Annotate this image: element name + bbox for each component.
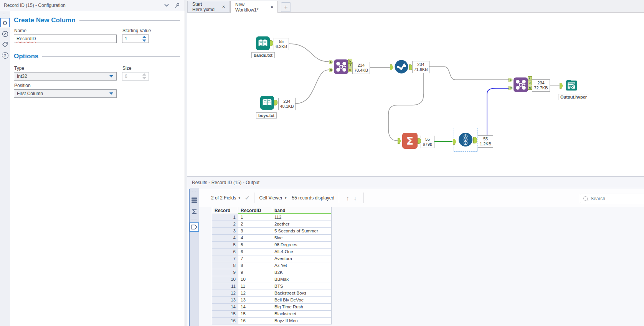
table-row[interactable]: 1515Blackstreet [212,311,331,318]
panel-splitter[interactable] [185,0,187,326]
apply-check-icon[interactable]: ✔ [245,194,250,201]
data-cell[interactable]: 5 Seconds of Summer [272,228,331,235]
row-number-cell[interactable]: 7 [212,255,238,262]
row-number-cell[interactable]: 4 [212,235,238,242]
row-number-cell[interactable]: 8 [212,262,238,269]
join2-output-anchor-J[interactable]: J [528,81,532,85]
help-icon[interactable]: ? [1,51,9,59]
row-number-cell[interactable]: 14 [212,304,238,311]
data-cell[interactable]: Backstreet Boys [272,290,331,297]
join1-annotation[interactable]: 234 70.4KB [352,62,370,74]
column-header-band[interactable]: band [272,207,331,214]
data-cell[interactable]: Big Time Rush [272,304,331,311]
row-number-cell[interactable]: 11 [212,283,238,290]
data-cell[interactable]: Aventura [272,255,331,262]
dropdown-caret-icon[interactable]: ▾ [238,196,240,200]
table-row[interactable]: 66All-4-One [212,249,331,255]
tab-start-here[interactable]: Start Here.yxmd ✕ [187,1,230,13]
join-tool-1[interactable] [334,59,348,74]
join-tool-2[interactable] [514,77,528,92]
join1-output-anchor-J[interactable]: J [348,63,352,68]
tab-new-workflow1[interactable]: New Workflow1* ✕ [230,1,278,13]
join2-output-anchor-L[interactable]: L [528,76,532,81]
search-down-icon[interactable]: ↓ [354,195,357,201]
table-row[interactable]: 5598 Degrees [212,242,331,249]
boys-output-anchor[interactable] [274,100,277,105]
data-cell[interactable]: 1 [238,214,272,221]
output-data-tool[interactable] [564,77,579,92]
run-results-icon[interactable] [1,30,9,38]
bands-tool-label[interactable]: bands.txt [251,52,275,58]
data-cell[interactable]: 2gether [272,221,331,228]
table-row[interactable]: 1111BTS [212,283,331,290]
output-anchor-view-icon[interactable] [190,222,199,232]
data-cell[interactable]: 4 [238,235,272,242]
output-tool-label[interactable]: Output.hyper [558,94,589,100]
row-number-cell[interactable]: 10 [212,276,238,283]
recordid-annotation[interactable]: 55 1.2KB [478,135,493,148]
dropdown-caret-icon[interactable]: ▾ [285,196,287,200]
new-tab-button[interactable]: + [281,2,291,12]
settings-tab-icon[interactable]: ⚙ [0,18,10,27]
data-cell[interactable]: 112 [272,214,331,221]
workflow-canvas[interactable]: 55 6.2KB bands.txt 234 48.1KB boys.txt L… [187,13,644,176]
row-number-cell[interactable]: 6 [212,249,238,255]
join2-annotation[interactable]: 234 72.7KB [532,79,550,92]
data-view-icon[interactable] [190,196,198,204]
data-cell[interactable]: BTS [272,283,331,290]
row-number-cell[interactable]: 16 [212,318,238,324]
stepper-down-icon[interactable] [142,40,146,42]
table-row[interactable]: 1616Boyz II Men [212,318,331,324]
data-cell[interactable]: All-4-One [272,249,331,255]
data-cell[interactable]: 5 [238,242,272,249]
search-input[interactable] [590,196,644,202]
data-cell[interactable]: 12 [238,290,272,297]
search-up-icon[interactable]: ↑ [346,195,349,201]
data-cell[interactable]: 11 [238,283,272,290]
data-cell[interactable]: Bell Biv DeVoe [272,297,331,304]
data-cell[interactable]: 6 [238,249,272,255]
type-dropdown[interactable]: Int32 [14,72,117,81]
table-row[interactable]: 445ive [212,235,331,242]
summarize-annotation[interactable]: 55 979b [421,136,434,148]
collapse-chevron-icon[interactable] [164,4,169,7]
join1-output-anchor-R[interactable]: R [348,68,352,72]
data-cell[interactable]: Blackstreet [272,311,331,318]
data-cell[interactable]: 7 [238,255,272,262]
results-panel-header[interactable]: Results - Record ID (15) - Output [187,176,644,188]
wire-boys-to-join1[interactable] [296,70,329,104]
data-cell[interactable]: Boyz II Men [272,318,331,324]
recordid-output-anchor[interactable] [473,137,477,143]
fields-dropdown[interactable]: 2 of 2 Fields [211,195,236,201]
row-number-cell[interactable]: 5 [212,242,238,249]
table-row[interactable]: 222gether [212,221,331,228]
data-cell[interactable]: BBMak [272,276,331,283]
boys-tool-label[interactable]: boys.txt [256,112,277,119]
boys-annotation[interactable]: 234 48.1KB [278,98,296,110]
cell-viewer-dropdown[interactable]: Cell Viewer [259,195,282,201]
results-search-box[interactable] [580,194,644,203]
input-data-tool-boys[interactable] [260,96,274,110]
data-cell[interactable]: 10 [238,276,272,283]
data-cell[interactable]: 13 [238,297,272,304]
data-cell[interactable]: 98 Degrees [272,242,331,249]
data-cell[interactable]: 3 [238,228,272,235]
unique-annotation[interactable]: 234 71.6KB [412,61,429,73]
column-header-recordid[interactable]: RecordID [238,207,272,214]
annotation-tag-icon[interactable] [1,40,9,49]
table-row[interactable]: 88Az Yet [212,262,331,269]
position-dropdown[interactable]: First Column [14,89,117,98]
stepper-up-icon[interactable] [142,36,146,38]
wire-bands-to-join1[interactable] [289,44,329,62]
table-row[interactable]: 99B2K [212,269,331,276]
row-number-cell[interactable]: 1 [212,214,238,221]
table-row[interactable]: 1313Bell Biv DeVoe [212,297,331,304]
table-row[interactable]: 335 Seconds of Summer [212,228,331,235]
join1-output-anchor-L[interactable]: L [348,59,352,63]
panel-drag-handle[interactable]: ⋯ [0,12,10,16]
table-row[interactable]: 1010BBMak [212,276,331,283]
table-row[interactable]: 11112 [212,214,331,221]
join2-output-anchor-R[interactable]: R [528,86,532,90]
wire-unique-to-join2[interactable] [429,67,509,80]
results-strip-handle[interactable]: ····· [190,189,199,193]
